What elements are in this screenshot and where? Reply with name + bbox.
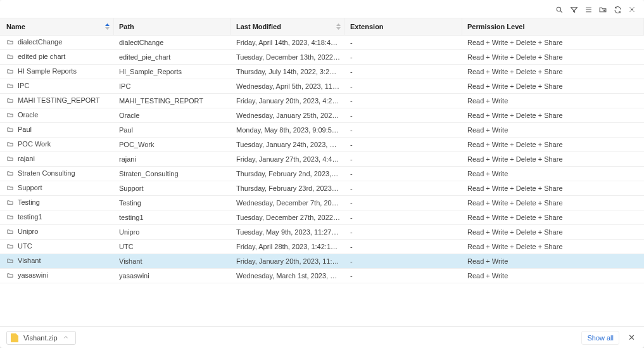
cell-extension: - [345, 197, 462, 209]
cell-permission: Read + Write + Delete + Share [462, 226, 644, 238]
search-icon[interactable] [555, 5, 564, 14]
cell-name: UTC [0, 240, 114, 254]
row-name: POC Work [18, 140, 51, 148]
show-all-button[interactable]: Show all [581, 331, 619, 345]
table-row[interactable]: MAHI TESTING_REPORTMAHI_TESTING_REPORTFr… [0, 94, 644, 108]
list-icon[interactable] [584, 5, 593, 14]
cell-extension: - [345, 226, 462, 238]
cell-path: HI_Sample_Reports [114, 65, 231, 78]
cell-path: edited_pie_chart [114, 51, 231, 63]
folder-icon [6, 170, 14, 178]
cell-modified: Friday, April 14th, 2023, 4:18:47 pm [231, 36, 345, 49]
cell-extension: - [345, 255, 462, 267]
cell-permission: Read + Write + Delete + Share [462, 197, 644, 209]
table-row[interactable]: TestingTestingWednesday, December 7th, 2… [0, 196, 644, 210]
cell-extension: - [345, 182, 462, 195]
download-filename: Vishant.zip [23, 334, 58, 342]
cell-permission: Read + Write + Delete + Share [462, 36, 644, 49]
col-header-name[interactable]: Name [0, 18, 114, 35]
row-name: testing1 [18, 213, 42, 221]
table-row[interactable]: dialectChangedialectChangeFriday, April … [0, 35, 644, 50]
cell-name: Straten Consulting [0, 167, 114, 181]
cell-permission: Read + Write + Delete + Share [462, 211, 644, 224]
close-icon[interactable] [628, 5, 636, 14]
folder-icon [6, 39, 14, 47]
folder-icon [6, 214, 14, 222]
row-name: dialectChange [18, 38, 62, 46]
col-header-permission-label: Permission Level [467, 23, 525, 30]
folder-icon [6, 228, 14, 236]
table-row[interactable]: testing1testing1Tuesday, December 27th, … [0, 210, 644, 225]
table-row[interactable]: edited pie chartedited_pie_chartTuesday,… [0, 50, 644, 65]
col-header-permission[interactable]: Permission Level [462, 18, 644, 35]
folder-icon [6, 126, 14, 134]
top-toolbar [0, 0, 644, 18]
download-chip[interactable]: Vishant.zip [6, 331, 76, 345]
row-name: Vishant [18, 257, 41, 264]
table-row[interactable]: POC WorkPOC_WorkTuesday, January 24th, 2… [0, 138, 644, 152]
cell-path: rajani [114, 153, 231, 165]
sort-indicator-icon [105, 23, 110, 30]
refresh-icon[interactable] [613, 5, 622, 14]
cell-name: testing1 [0, 210, 114, 224]
cell-path: Paul [114, 124, 231, 136]
cell-modified: Friday, April 28th, 2023, 1:42:12 pm [231, 240, 345, 253]
table-row[interactable]: SupportSupportThursday, February 23rd, 2… [0, 181, 644, 196]
cell-extension: - [345, 51, 462, 63]
cell-path: MAHI_TESTING_REPORT [114, 94, 231, 107]
cell-name: Support [0, 181, 114, 195]
table-row[interactable]: HI Sample ReportsHI_Sample_ReportsThursd… [0, 65, 644, 79]
row-name: UTC [18, 242, 32, 250]
table-header-row: Name Path Last Modified Extension [0, 18, 644, 35]
download-bar-right: Show all ✕ [581, 331, 638, 345]
col-header-modified[interactable]: Last Modified [231, 18, 345, 35]
cell-permission: Read + Write [462, 94, 644, 107]
cell-modified: Thursday, February 2nd, 2023, 1:16:00 pm [231, 167, 345, 180]
cell-extension: - [345, 36, 462, 49]
cell-path: testing1 [114, 211, 231, 224]
cell-modified: Tuesday, January 24th, 2023, 6:43:13 pm [231, 138, 345, 151]
table-row[interactable]: rajanirajaniFriday, January 27th, 2023, … [0, 152, 644, 167]
file-table[interactable]: Name Path Last Modified Extension [0, 18, 644, 326]
col-header-name-label: Name [6, 23, 25, 30]
table-row[interactable]: VishantVishantFriday, January 20th, 2023… [0, 254, 644, 269]
folder-icon [6, 68, 14, 76]
row-name: yasaswini [18, 271, 48, 279]
cell-permission: Read + Write + Delete + Share [462, 138, 644, 151]
cell-name: Paul [0, 123, 114, 137]
close-download-bar-icon[interactable]: ✕ [626, 333, 638, 342]
cell-name: POC Work [0, 138, 114, 151]
cell-modified: Wednesday, April 5th, 2023, 11:31:41 am [231, 80, 345, 93]
cell-path: Vishant [114, 255, 231, 267]
folder-icon [6, 155, 14, 164]
row-name: edited pie chart [18, 53, 65, 60]
folder-icon [6, 141, 14, 149]
table-row[interactable]: UTCUTCFriday, April 28th, 2023, 1:42:12 … [0, 240, 644, 254]
table-row[interactable]: PaulPaulMonday, May 8th, 2023, 9:09:50 p… [0, 123, 644, 138]
cell-extension: - [345, 80, 462, 93]
new-folder-icon[interactable] [598, 5, 607, 14]
chevron-up-icon [63, 334, 69, 342]
folder-icon [6, 112, 14, 120]
table-row[interactable]: Straten ConsultingStraten_ConsultingThur… [0, 167, 644, 181]
cell-extension: - [345, 211, 462, 224]
cell-extension: - [345, 124, 462, 136]
cell-extension: - [345, 240, 462, 253]
cell-modified: Friday, January 20th, 2023, 11:42:34 am [231, 255, 345, 267]
table-row[interactable]: OracleOracleWednesday, January 25th, 202… [0, 108, 644, 123]
col-header-path-label: Path [119, 23, 134, 30]
table-row[interactable]: IPCIPCWednesday, April 5th, 2023, 11:31:… [0, 79, 644, 94]
cell-modified: Friday, January 20th, 2023, 4:24:35 pm [231, 94, 345, 107]
folder-icon [6, 199, 14, 207]
col-header-extension[interactable]: Extension [345, 18, 462, 35]
col-header-modified-label: Last Modified [236, 23, 281, 30]
col-header-path[interactable]: Path [114, 18, 231, 35]
row-name: Oracle [18, 111, 38, 119]
cell-permission: Read + Write [462, 255, 644, 267]
folder-icon [6, 272, 14, 280]
table-row[interactable]: UniproUniproTuesday, May 9th, 2023, 11:2… [0, 225, 644, 240]
table-row[interactable]: yasaswiniyasaswiniWednesday, March 1st, … [0, 269, 644, 283]
cell-name: Unipro [0, 225, 114, 239]
filter-icon[interactable] [569, 5, 578, 14]
cell-name: rajani [0, 152, 114, 166]
